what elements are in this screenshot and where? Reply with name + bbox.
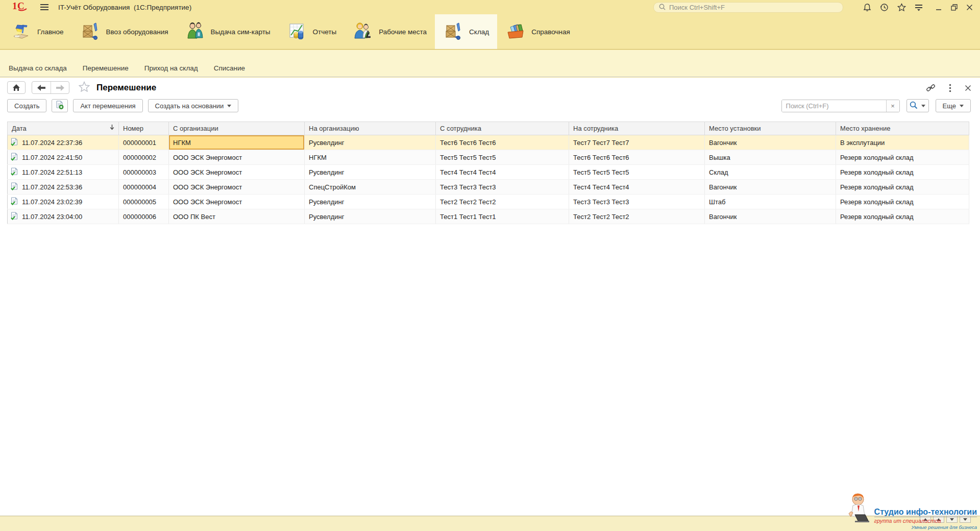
- cell-to-emp: Тест2 Тест2 Тест2: [569, 209, 705, 224]
- submenu-peremeshenie[interactable]: Перемешение: [83, 64, 129, 72]
- cell-number: 000000005: [119, 195, 169, 209]
- cell-from-emp: Тест2 Тест2 Тест2: [436, 195, 569, 209]
- table-row[interactable]: 11.07.2024 22:37:36 000000001 НГКМ Русве…: [8, 135, 969, 150]
- more-button[interactable]: Еще: [936, 99, 971, 112]
- cell-storage-place: Резерв холодный склад: [836, 209, 969, 224]
- tab-label: Рабочие места: [379, 28, 427, 36]
- cell-date: 11.07.2024 22:51:13: [22, 168, 82, 176]
- cell-number: 000000003: [119, 165, 169, 180]
- cell-to-org: НГКМ: [305, 150, 436, 165]
- column-header-na-organizaciyu[interactable]: На организацию: [305, 122, 436, 135]
- submenu-spisanie[interactable]: Списание: [214, 64, 245, 72]
- cell-from-org: ООО ЭСК Энергомост: [169, 150, 305, 165]
- copy-button[interactable]: [52, 99, 68, 112]
- column-header-na-sotrudnika[interactable]: На сотрудника: [569, 122, 705, 135]
- tab-rabochie-mesta[interactable]: Рабочие места: [345, 14, 435, 49]
- search-options-button[interactable]: [906, 99, 929, 112]
- table-row[interactable]: 11.07.2024 23:04:00 000000006 ООО ПК Вес…: [8, 209, 969, 224]
- restore-icon[interactable]: [951, 4, 958, 11]
- posted-document-icon: [11, 138, 18, 148]
- cell-install-place: Вагончик: [705, 135, 836, 150]
- functions-panel: Выдача со склада Перемешение Приход на с…: [0, 50, 980, 77]
- tab-spravochnaya[interactable]: Справочная: [497, 14, 578, 49]
- forward-button[interactable]: [51, 82, 69, 93]
- cell-from-emp: Тест3 Тест3 Тест3: [436, 180, 569, 195]
- column-header-s-sotrudnika[interactable]: С сотрудника: [436, 122, 569, 135]
- cell-from-org: ООО ЭСК Энергомост: [169, 180, 305, 195]
- cell-to-org: СпецСтройКом: [305, 180, 436, 195]
- tab-vvoz-oborudovaniya[interactable]: Ввоз оборудования: [72, 14, 177, 49]
- cell-date: 11.07.2024 22:37:36: [22, 139, 82, 147]
- tab-label: Справочная: [531, 28, 570, 36]
- list-search-input[interactable]: [782, 100, 886, 112]
- cell-from-emp: Тест4 Тест4 Тест4: [436, 165, 569, 180]
- column-header-s-organizacii[interactable]: С организации: [169, 122, 305, 135]
- two-people-icon: [185, 21, 205, 43]
- create-button[interactable]: Создать: [7, 99, 46, 112]
- card-file-icon: [505, 21, 526, 43]
- chevron-down-icon: [960, 105, 964, 107]
- table-row[interactable]: 11.07.2024 22:41:50 000000002 ООО ЭСК Эн…: [8, 150, 969, 165]
- cell-to-org: Русвелдинг: [305, 135, 436, 150]
- kebab-menu-icon[interactable]: [949, 84, 951, 92]
- favorites-star-icon[interactable]: [897, 3, 906, 12]
- cell-number: 000000001: [119, 135, 169, 150]
- posted-document-icon: [11, 153, 18, 162]
- service-menu-icon[interactable]: [915, 3, 923, 11]
- cell-from-org: ООО ПК Вест: [169, 209, 305, 224]
- page-title: Перемешение: [96, 83, 156, 93]
- cell-date: 11.07.2024 22:53:36: [22, 183, 82, 191]
- posted-document-icon: [11, 167, 18, 177]
- tab-vydacha-sim-karty[interactable]: Выдача сим-карты: [177, 14, 279, 49]
- main-menu-icon[interactable]: [40, 4, 49, 11]
- favorite-star-icon[interactable]: [79, 81, 90, 94]
- tab-glavnoe[interactable]: Главное: [3, 14, 72, 49]
- submenu-prihod-na-sklad[interactable]: Приход на склад: [144, 64, 198, 72]
- home-button[interactable]: [7, 81, 26, 94]
- get-link-icon[interactable]: [926, 83, 936, 93]
- column-header-mesto-hranenie[interactable]: Место хранение: [836, 122, 969, 135]
- clear-search-button[interactable]: ×: [886, 100, 899, 112]
- back-button[interactable]: [32, 82, 51, 93]
- table-row[interactable]: 11.07.2024 22:53:36 000000004 ООО ЭСК Эн…: [8, 180, 969, 195]
- column-header-data[interactable]: Дата: [8, 122, 119, 135]
- documents-table: Дата Номер С организации На организацию …: [7, 122, 969, 224]
- table-row[interactable]: 11.07.2024 23:02:39 000000005 ООО ЭСК Эн…: [8, 195, 969, 209]
- cell-date: 11.07.2024 23:04:00: [22, 213, 82, 221]
- list-search-field[interactable]: ×: [781, 100, 900, 112]
- command-bar: Создать Акт перемешения Создать на основ…: [7, 99, 973, 113]
- tab-label: Отчеты: [313, 28, 337, 36]
- tab-label: Главное: [37, 28, 64, 36]
- tab-label: Ввоз оборудования: [106, 28, 168, 36]
- notifications-bell-icon[interactable]: [863, 3, 871, 12]
- tab-label: Склад: [469, 28, 489, 36]
- tab-sklad[interactable]: Склад: [435, 14, 497, 49]
- vendor-tagline: Умные решения для бизнеса: [912, 524, 977, 530]
- cell-date: 11.07.2024 22:41:50: [22, 154, 82, 161]
- cell-number: 000000006: [119, 209, 169, 224]
- cell-number: 000000004: [119, 180, 169, 195]
- vendor-logo: Студио инфо-технологии группа ит специал…: [846, 491, 977, 530]
- cell-storage-place: Резерв холодный склад: [836, 165, 969, 180]
- cell-from-emp: Тест6 Тест6 Тест6: [436, 135, 569, 150]
- act-peremesheniya-button[interactable]: Акт перемешения: [73, 99, 142, 112]
- column-header-nomer[interactable]: Номер: [119, 122, 169, 135]
- submenu-vydacha-so-sklada[interactable]: Выдача со склада: [9, 64, 67, 72]
- cell-from-emp: Тест5 Тест5 Тест5: [436, 150, 569, 165]
- global-search-input[interactable]: [669, 4, 838, 11]
- column-header-mesto-ustanovki[interactable]: Место установки: [705, 122, 836, 135]
- minimize-icon[interactable]: [936, 4, 942, 11]
- history-icon[interactable]: [880, 3, 889, 12]
- status-bar: [0, 516, 980, 531]
- close-app-icon[interactable]: [966, 4, 973, 11]
- global-search-field[interactable]: [653, 2, 843, 13]
- mascot-icon: [846, 491, 872, 530]
- cell-from-emp: Тест1 Тест1 Тест1: [436, 209, 569, 224]
- table-row[interactable]: 11.07.2024 22:51:13 000000003 ООО ЭСК Эн…: [8, 165, 969, 180]
- cell-install-place: Вагончик: [705, 180, 836, 195]
- chevron-down-icon: [227, 105, 231, 107]
- chart-icon: [287, 21, 307, 43]
- close-window-icon[interactable]: [965, 85, 971, 91]
- create-based-on-button[interactable]: Создать на основании: [148, 99, 239, 112]
- tab-otchety[interactable]: Отчеты: [279, 14, 345, 49]
